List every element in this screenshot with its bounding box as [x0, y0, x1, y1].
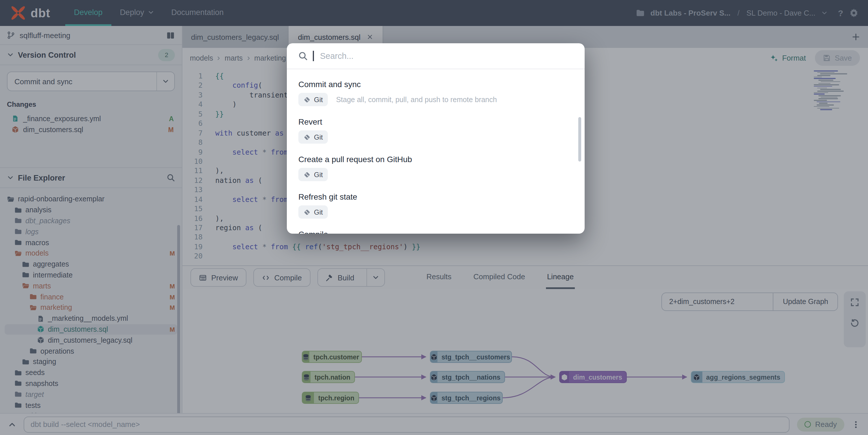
text-caret [313, 51, 314, 61]
command-item-create-a-pull-request-on-github[interactable]: Create a pull request on GitHubGit [287, 149, 585, 186]
command-list: Commit and syncGitStage all, commit, pul… [287, 69, 585, 234]
command-badge: Git [299, 206, 328, 219]
palette-scrollbar[interactable] [578, 117, 581, 161]
git-icon [304, 171, 310, 178]
command-meta: Git [299, 130, 573, 144]
app-root: dbt DevelopDeployDocumentation dbt Labs … [0, 0, 868, 435]
command-badge: Git [299, 93, 328, 106]
command-meta: GitStage all, commit, pull, and push to … [299, 93, 573, 106]
command-badge-label: Git [314, 95, 323, 103]
command-palette: Commit and syncGitStage all, commit, pul… [287, 43, 585, 234]
command-meta: Git [299, 206, 573, 219]
command-badge-label: Git [314, 133, 323, 141]
command-item-compile[interactable]: Compile⌘⇧Enter [287, 224, 585, 234]
git-icon [304, 209, 310, 216]
palette-search-input[interactable] [319, 51, 573, 61]
git-icon [304, 133, 310, 141]
command-badge-label: Git [314, 208, 323, 216]
command-title: Refresh git state [299, 192, 573, 201]
command-badge: Git [299, 168, 328, 181]
command-title: Revert [299, 117, 573, 126]
command-badge-label: Git [314, 170, 323, 179]
command-title: Compile [299, 229, 573, 234]
command-title: Create a pull request on GitHub [299, 155, 573, 164]
search-icon [299, 51, 308, 61]
command-item-refresh-git-state[interactable]: Refresh git stateGit [287, 186, 585, 224]
git-icon [304, 96, 310, 103]
command-item-revert[interactable]: RevertGit [287, 111, 585, 149]
palette-search-row [287, 43, 585, 69]
command-description: Stage all, commit, pull, and push to rem… [336, 95, 497, 103]
command-badge: Git [299, 130, 328, 144]
command-title: Commit and sync [299, 80, 573, 89]
command-meta: Git [299, 168, 573, 181]
command-item-commit-and-sync[interactable]: Commit and syncGitStage all, commit, pul… [287, 74, 585, 111]
